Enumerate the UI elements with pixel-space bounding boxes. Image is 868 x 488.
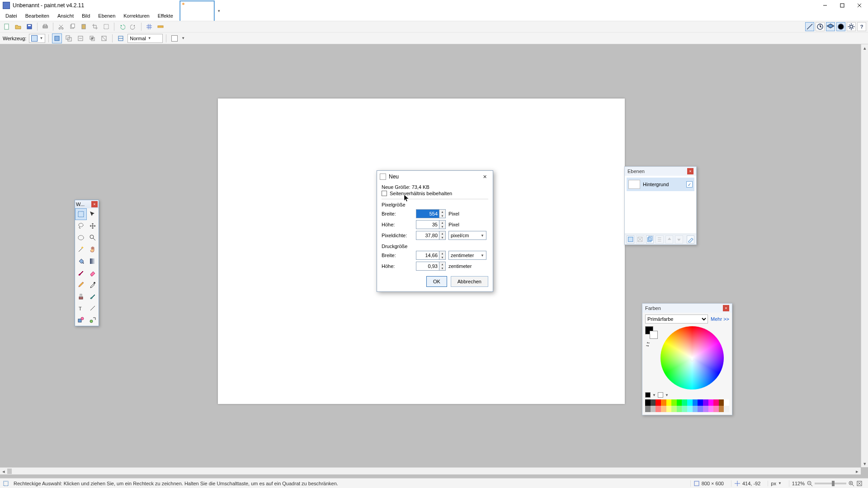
color-wheel[interactable] <box>660 326 724 389</box>
palette-swatch[interactable] <box>671 406 677 412</box>
palette-swatch[interactable] <box>687 406 693 412</box>
mini-dropdown-icon[interactable]: ▼ <box>652 393 656 397</box>
mini-dropdown-icon-2[interactable]: ▼ <box>665 393 669 397</box>
scroll-down-icon[interactable]: ▾ <box>861 460 868 467</box>
color-mode-select[interactable]: Primärfarbe <box>645 314 708 324</box>
deselect-button[interactable] <box>101 22 111 32</box>
menu-bearbeiten[interactable]: Bearbeiten <box>22 12 53 19</box>
palette-swatch[interactable] <box>708 406 714 412</box>
layer-row[interactable]: Hintergrund <box>627 178 694 191</box>
fill-swatch[interactable] <box>170 33 179 43</box>
fill-swatch-dropdown-icon[interactable]: ▼ <box>181 36 185 40</box>
palette-swatch[interactable] <box>713 406 719 412</box>
layers-close-icon[interactable]: × <box>687 168 693 174</box>
tool-color-picker[interactable] <box>87 279 99 291</box>
tool-picker[interactable]: ▼ <box>29 34 45 43</box>
menu-datei[interactable]: Datei <box>2 12 21 19</box>
layer-merge-icon[interactable] <box>656 235 663 244</box>
mini-white-swatch[interactable] <box>658 392 663 398</box>
scroll-right-icon[interactable]: ▸ <box>854 468 861 475</box>
colors-window[interactable]: Farben × Primärfarbe Mehr >> ▼ ▼ <box>642 303 732 415</box>
grid-button[interactable] <box>144 22 154 32</box>
tools-window[interactable]: W... × T <box>75 200 99 326</box>
menu-bild[interactable]: Bild <box>78 12 94 19</box>
dpi-unit-combo[interactable]: pixel/cm▼ <box>448 231 486 240</box>
layer-down-icon[interactable] <box>675 235 683 244</box>
horizontal-scrollbar[interactable]: ◂ ▸ <box>0 467 861 474</box>
help-icon[interactable]: ? <box>857 22 866 31</box>
palette-swatch[interactable] <box>703 399 708 406</box>
palette-swatch[interactable] <box>687 399 693 406</box>
minimize-button[interactable] <box>816 0 834 10</box>
tool-text[interactable]: T <box>75 302 87 314</box>
palette-swatch[interactable] <box>693 406 698 412</box>
tool-move-selection[interactable] <box>87 208 99 220</box>
colors-header[interactable]: Farben × <box>642 304 732 313</box>
toggle-history-icon[interactable] <box>816 22 825 31</box>
palette-swatch[interactable] <box>661 399 666 406</box>
tool-recolor[interactable] <box>87 291 99 302</box>
palette-swatch[interactable] <box>703 406 708 412</box>
layers-header[interactable]: Ebenen × <box>625 167 696 176</box>
cut-button[interactable] <box>56 22 66 32</box>
palette-swatch[interactable] <box>645 399 651 406</box>
px-height-input[interactable] <box>416 220 439 229</box>
undo-button[interactable] <box>117 22 127 32</box>
menu-effekte[interactable]: Effekte <box>154 12 177 19</box>
layers-window[interactable]: Ebenen × Hintergrund <box>624 166 697 245</box>
palette-swatch[interactable] <box>651 406 656 412</box>
settings-icon[interactable] <box>847 22 856 31</box>
flood-mode-icon[interactable] <box>116 33 126 43</box>
palette-swatch[interactable] <box>651 399 656 406</box>
dpi-input[interactable] <box>416 231 439 240</box>
copy-button[interactable] <box>67 22 77 32</box>
palette-swatch[interactable] <box>719 399 724 406</box>
save-button[interactable] <box>24 22 34 32</box>
palette-swatch[interactable] <box>719 406 724 412</box>
tool-brush[interactable] <box>75 267 87 279</box>
palette-swatch[interactable] <box>666 406 672 412</box>
palette-swatch[interactable] <box>666 399 672 406</box>
palette-swatch[interactable] <box>698 399 703 406</box>
open-button[interactable] <box>13 22 23 32</box>
colors-close-icon[interactable]: × <box>723 305 729 311</box>
palette-swatch[interactable] <box>677 399 682 406</box>
palette-swatch[interactable] <box>645 406 651 412</box>
tools-window-header[interactable]: W... × <box>75 200 99 208</box>
swap-colors-icon[interactable] <box>645 342 651 347</box>
tool-line[interactable] <box>87 302 99 314</box>
tool-shapes[interactable] <box>75 314 87 326</box>
cancel-button[interactable]: Abbrechen <box>451 276 488 287</box>
tool-move-pixels[interactable] <box>87 220 99 232</box>
tool-magic-wand[interactable] <box>75 244 87 255</box>
palette-swatch[interactable] <box>682 399 687 406</box>
color-swatch-pair[interactable] <box>645 326 658 339</box>
mini-black-swatch[interactable] <box>645 392 651 398</box>
palette-swatch[interactable] <box>671 399 677 406</box>
close-button[interactable] <box>851 0 868 10</box>
layer-props-icon[interactable] <box>687 235 694 244</box>
selection-subtract-icon[interactable] <box>75 33 85 43</box>
palette-swatch[interactable] <box>724 406 729 412</box>
palette-swatch[interactable] <box>708 399 714 406</box>
tool-fill[interactable] <box>75 255 87 267</box>
menu-ansicht[interactable]: Ansicht <box>54 12 77 19</box>
tool-pencil[interactable] <box>75 279 87 291</box>
zoom-fit-icon[interactable] <box>856 480 863 487</box>
tool-shapes-extra[interactable] <box>87 314 99 326</box>
dpi-spinner[interactable]: ▲▼ <box>439 231 446 240</box>
print-height-spinner[interactable]: ▲▼ <box>439 262 446 271</box>
px-height-spinner[interactable]: ▲▼ <box>439 220 446 229</box>
menu-korrekturen[interactable]: Korrekturen <box>120 12 153 19</box>
layer-visible-checkbox[interactable] <box>686 181 693 188</box>
color-palette[interactable] <box>645 399 729 412</box>
status-unit[interactable]: px <box>771 481 776 486</box>
keep-ratio-checkbox[interactable] <box>382 191 387 196</box>
document-tab-dropdown-icon[interactable]: ▾ <box>218 9 220 13</box>
dialog-header[interactable]: Neu ✕ <box>377 171 493 183</box>
print-button[interactable] <box>40 22 50 32</box>
document-tab[interactable]: ▾ <box>180 1 214 22</box>
palette-swatch[interactable] <box>682 406 687 412</box>
tool-zoom[interactable] <box>87 232 99 244</box>
toggle-tools-icon[interactable] <box>805 22 814 31</box>
